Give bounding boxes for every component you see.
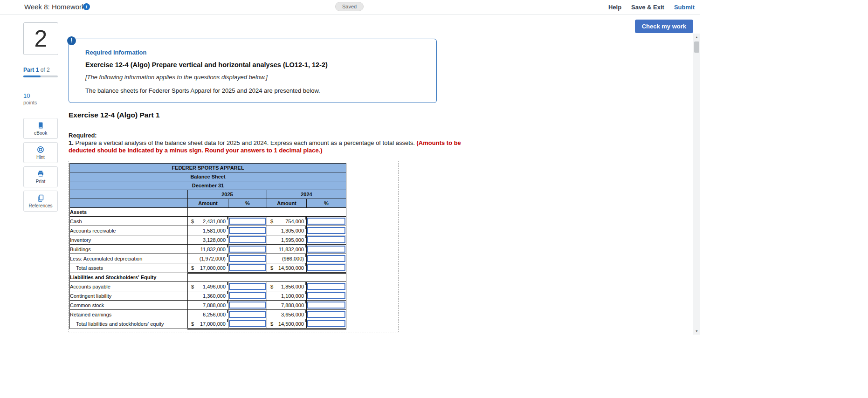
percent-cell-2024 xyxy=(307,301,346,310)
applies-note: [The following information applies to th… xyxy=(85,74,427,81)
check-my-work-button[interactable]: Check my work xyxy=(635,20,693,33)
part-label: Part 1 of 2 xyxy=(23,67,50,73)
hint-icon xyxy=(37,146,44,153)
submit-link[interactable]: Submit xyxy=(674,4,695,11)
balance-sheet-table: FEDERER SPORTS APPAREL Balance Sheet Dec… xyxy=(69,163,346,329)
sidebar-tools: eBook Hint Print References xyxy=(23,118,58,212)
hint-button[interactable]: Hint xyxy=(23,142,58,163)
scroll-down-icon[interactable]: ▼ xyxy=(693,328,700,335)
header-spacer xyxy=(70,190,188,199)
percent-input-2024[interactable] xyxy=(307,264,345,271)
data-row: Accounts receivable1,581,0001,305,000 xyxy=(70,226,346,235)
percent-cell-2024 xyxy=(307,235,346,245)
year-2025-header: 2025 xyxy=(188,190,267,199)
table-statement-row: Balance Sheet xyxy=(70,172,346,181)
percent-input-2025[interactable] xyxy=(229,311,266,318)
percent-input-2025[interactable] xyxy=(229,302,266,309)
cell-marker xyxy=(305,235,306,238)
total-row: Total liabilities and stockholders' equi… xyxy=(70,319,346,329)
percent-2024-header: % xyxy=(307,199,346,208)
percent-cell-2025 xyxy=(228,245,267,254)
vertical-scrollbar[interactable]: ▲ ▼ xyxy=(693,34,700,335)
year-header-row: 2025 2024 xyxy=(70,190,346,199)
percent-cell-2024 xyxy=(307,254,346,263)
help-link[interactable]: Help xyxy=(608,4,621,11)
percent-input-2025[interactable] xyxy=(229,227,266,234)
amount-2025: 1,360,000 xyxy=(188,291,228,301)
cell-marker xyxy=(305,245,306,247)
points-label: points xyxy=(23,100,37,105)
percent-input-2025[interactable] xyxy=(229,292,266,299)
percent-input-2025[interactable] xyxy=(229,236,266,243)
percent-input-2025[interactable] xyxy=(229,320,266,327)
row-label: Total assets xyxy=(70,263,188,273)
percent-input-2024[interactable] xyxy=(307,283,345,290)
cell-marker xyxy=(227,217,228,220)
scroll-up-icon[interactable]: ▲ xyxy=(693,34,700,41)
answer-area: FEDERER SPORTS APPAREL Balance Sheet Dec… xyxy=(69,161,399,332)
amount-2025: 11,832,000 xyxy=(188,245,228,254)
hint-label: Hint xyxy=(36,155,45,160)
percent-input-2024[interactable] xyxy=(307,320,345,327)
row-label: Total liabilities and stockholders' equi… xyxy=(70,319,188,329)
percent-cell-2024 xyxy=(307,310,346,319)
ebook-button[interactable]: eBook xyxy=(23,118,58,139)
percent-input-2024[interactable] xyxy=(307,311,345,318)
percent-input-2025[interactable] xyxy=(229,283,266,290)
data-row: Retained earnings6,256,0003,656,000 xyxy=(70,310,346,319)
assignment-title: Week 8: Homework xyxy=(24,3,85,11)
percent-cell-2025 xyxy=(228,226,267,235)
percent-input-2025[interactable] xyxy=(229,255,266,262)
percent-cell-2025 xyxy=(228,282,267,291)
percent-input-2025[interactable] xyxy=(229,264,266,271)
cell-marker xyxy=(227,301,228,303)
amount-2024: $14,500,000 xyxy=(267,319,307,329)
saved-status-badge: Saved xyxy=(335,2,364,11)
row-label: Retained earnings xyxy=(70,310,188,319)
percent-cell-2025 xyxy=(228,301,267,310)
percent-input-2024[interactable] xyxy=(307,246,345,253)
required-label: Required: xyxy=(69,132,97,139)
info-icon[interactable]: i xyxy=(83,3,90,10)
cell-marker xyxy=(227,235,228,238)
percent-input-2024[interactable] xyxy=(307,236,345,243)
cell-marker xyxy=(227,291,228,294)
percent-cell-2024 xyxy=(307,282,346,291)
percent-cell-2025 xyxy=(228,235,267,245)
amount-2024: 11,832,000 xyxy=(267,245,307,254)
cell-marker xyxy=(227,310,228,313)
required-information-label: Required information xyxy=(85,49,427,56)
percent-input-2024[interactable] xyxy=(307,218,345,225)
ebook-icon xyxy=(37,122,44,129)
percent-input-2024[interactable] xyxy=(307,292,345,299)
percent-input-2025[interactable] xyxy=(229,218,266,225)
exercise-title: Exercise 12-4 (Algo) Prepare vertical an… xyxy=(85,61,427,69)
cell-marker xyxy=(305,301,306,303)
percent-input-2024[interactable] xyxy=(307,302,345,309)
save-exit-link[interactable]: Save & Exit xyxy=(631,4,664,11)
percent-2025-header: % xyxy=(228,199,267,208)
scrollbar-thumb[interactable] xyxy=(694,41,699,53)
section-label: Liabilities and Stockholders' Equity xyxy=(70,273,188,282)
percent-cell-2024 xyxy=(307,245,346,254)
amount-2024: 3,656,000 xyxy=(267,310,307,319)
amount-2024-header: Amount xyxy=(267,199,307,208)
print-button[interactable]: Print xyxy=(23,166,58,187)
table-date-row: December 31 xyxy=(70,181,346,190)
references-button[interactable]: References xyxy=(23,191,58,212)
part-total: of 2 xyxy=(39,67,49,73)
percent-input-2024[interactable] xyxy=(307,255,345,262)
percent-cell-2025 xyxy=(228,217,267,226)
header-spacer xyxy=(70,199,188,208)
amount-2025: $17,000,000 xyxy=(188,319,228,329)
percent-cell-2024 xyxy=(307,226,346,235)
percent-input-2024[interactable] xyxy=(307,227,345,234)
amount-2025: 7,888,000 xyxy=(188,301,228,310)
required-information-box: ! Required information Exercise 12-4 (Al… xyxy=(69,39,437,103)
row-label: Buildings xyxy=(70,245,188,254)
amount-2025: 6,256,000 xyxy=(188,310,228,319)
percent-cell-2025 xyxy=(228,319,267,329)
data-row: Buildings11,832,00011,832,000 xyxy=(70,245,346,254)
percent-input-2025[interactable] xyxy=(229,246,266,253)
data-row: Cash$2,431,000$754,000 xyxy=(70,217,346,226)
